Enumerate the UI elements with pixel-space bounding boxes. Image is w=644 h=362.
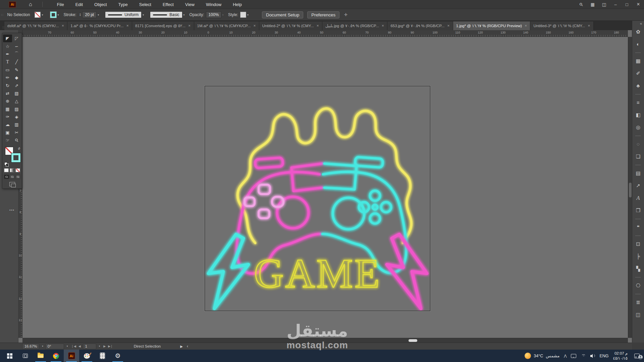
eraser-tool[interactable]: ◆ [12, 74, 21, 81]
tab-close-icon[interactable]: ✕ [588, 24, 590, 27]
column-graph-tool[interactable]: ▥ [12, 121, 21, 128]
stroke-cyan-swatch[interactable] [11, 153, 20, 162]
close-icon[interactable]: × [633, 0, 643, 9]
panel-libraries[interactable]: ◫ [632, 308, 644, 321]
language-indicator[interactable]: ENG [599, 354, 608, 358]
arrange-documents-icon[interactable]: ◫ [599, 0, 609, 9]
opacity-more-icon[interactable]: › [222, 13, 223, 16]
status-back-icon[interactable]: ‹ [187, 344, 188, 349]
preferences-button[interactable]: Preferences [307, 11, 339, 18]
draw-inside-button[interactable] [15, 175, 20, 179]
document-tab[interactable]: 653.jpg* @ ٧٠.٥٩ % (RGB/CP... ✕ [387, 21, 453, 30]
opacity-field[interactable]: 100% [206, 11, 222, 18]
style-chevron-icon[interactable]: ▾ [247, 13, 249, 16]
restore-icon[interactable]: □ [622, 0, 632, 9]
tablet-mode-icon[interactable] [571, 354, 576, 358]
panel-3d[interactable]: ⎔ [632, 279, 644, 292]
zoom-chevron-icon[interactable]: ▾ [42, 345, 43, 348]
home-icon[interactable]: ⌂ [29, 1, 32, 7]
tab-close-icon[interactable]: ✕ [62, 24, 64, 27]
tab-close-icon[interactable]: ✕ [382, 24, 384, 27]
canvas-pasteboard[interactable]: GAME [22, 37, 628, 338]
gradient-button[interactable] [10, 168, 14, 172]
gradient-tool[interactable]: ▨ [12, 105, 21, 113]
taskbar-app-settings[interactable]: ⚙ [110, 350, 125, 362]
blend-tool[interactable]: ◈ [12, 113, 21, 121]
stroke-color-swatch[interactable] [50, 12, 56, 18]
rotate-tool[interactable]: ↻ [3, 81, 12, 89]
speaker-icon[interactable] [590, 354, 595, 358]
draw-behind-button[interactable] [10, 175, 15, 179]
taskbar-app-chrome[interactable] [48, 350, 64, 362]
width-profile-chevron-icon[interactable]: ▾ [143, 13, 144, 16]
vertical-scroll-thumb[interactable] [629, 183, 632, 197]
fill-color-swatch[interactable] [35, 12, 41, 18]
panel-color-guide[interactable]: ◐ [632, 38, 644, 50]
panel-grip-icon[interactable]: ∷ [1, 13, 3, 17]
search-icon[interactable]: ⚲ [576, 0, 586, 9]
menu-item[interactable]: Select [133, 0, 157, 9]
stroke-weight-field[interactable]: 20 pt [82, 11, 97, 18]
swap-fill-stroke-icon[interactable]: ⇄ [17, 146, 21, 150]
action-center-icon[interactable] [632, 354, 642, 358]
paintbrush-tool[interactable]: ✎ [12, 66, 21, 74]
document-tab[interactable]: 1.ai* @ ٥٠ % (CMYK/CPU Pr... ✕ [67, 21, 132, 30]
style-swatch[interactable] [240, 12, 246, 18]
rectangle-tool[interactable]: ▭ [3, 66, 12, 74]
taskbar-app-calculator[interactable] [95, 350, 110, 362]
edit-toolbar-ellipsis[interactable]: ••• [2, 208, 22, 212]
panel-properties[interactable]: ≣ [632, 296, 644, 308]
panel-gradient[interactable]: ◧ [632, 109, 644, 121]
previous-artboard-icon[interactable]: ◀ [78, 345, 81, 348]
fill-chevron-icon[interactable]: ▾ [42, 13, 43, 16]
panel-color[interactable]: ✿ [632, 25, 644, 38]
curvature-tool[interactable]: ⌒ [12, 50, 21, 58]
tab-close-icon[interactable]: ✕ [126, 24, 129, 27]
vertical-scrollbar[interactable] [628, 37, 632, 338]
taskbar-app-task-view[interactable] [17, 350, 33, 362]
panel-symbols[interactable]: ♣ [632, 79, 644, 92]
change-screen-mode-button[interactable] [9, 182, 15, 186]
artboard[interactable]: GAME [205, 86, 430, 311]
menu-item[interactable]: Help [227, 0, 248, 9]
show-hidden-icons-chevron[interactable]: ⋀ [564, 354, 567, 358]
panel-graphic-styles[interactable]: ❏ [632, 150, 644, 163]
document-tab[interactable]: dsfdf.ai* @ ٦٦.٦٧ % (CMYK/... ✕ [4, 21, 68, 30]
document-tab[interactable]: 1M.ai* @ ١٦.٦٧ % (CMYK/CP... ✕ [194, 21, 259, 30]
magic-wand-tool[interactable]: ☆ [3, 42, 12, 50]
artboard-tool[interactable]: ▣ [3, 129, 12, 136]
pencil-tool[interactable]: ✏ [3, 74, 12, 81]
brush-definition-dropdown[interactable]: Basic [150, 11, 182, 18]
taskbar-app-illustrator[interactable]: Ai [64, 350, 79, 362]
panel-transparency[interactable]: ◎ [632, 121, 644, 133]
weather-widget[interactable]: 34°C مشمس [525, 353, 559, 359]
eyedropper-tool[interactable]: ✑ [3, 113, 12, 121]
variable-width-profile-dropdown[interactable]: Uniform [105, 11, 142, 18]
color-button[interactable] [4, 168, 9, 172]
tab-close-icon[interactable]: ✕ [188, 24, 191, 27]
artboard-chevron-icon[interactable]: ▾ [99, 345, 100, 348]
tab-close-icon[interactable]: ✕ [525, 24, 527, 27]
stroke-weight-stepper[interactable]: ▴ ▾ [79, 13, 80, 16]
horizontal-scroll-thumb[interactable] [409, 339, 417, 342]
brush-chevron-icon[interactable]: ▾ [183, 13, 185, 16]
panel-export[interactable]: ↗ [632, 179, 644, 192]
panel-character[interactable]: A [632, 192, 644, 204]
document-tab[interactable]: Untitled-2* @ ١٦.٦٧ % (CMY... ✕ [259, 21, 322, 30]
slice-tool[interactable]: ✂ [12, 129, 21, 136]
free-transform-tool[interactable]: ▧ [12, 89, 21, 97]
artboard-number-field[interactable]: 1 [83, 344, 96, 349]
draw-normal-button[interactable] [4, 175, 9, 179]
width-tool[interactable]: ⇄ [3, 89, 12, 97]
document-tab[interactable]: 1.jpg* @ ١٦.٦٧ % (RGB/CPU Preview) ✕ [453, 21, 531, 30]
document-tab[interactable]: بلبيل.jpg @ ٧٠.٥٩ % (RGB/CP... ✕ [322, 21, 387, 30]
none-button[interactable] [15, 168, 20, 172]
tab-close-icon[interactable]: ✕ [316, 24, 319, 27]
rotation-chevron-icon[interactable]: ▾ [67, 345, 68, 348]
mesh-tool[interactable]: ▦ [3, 105, 12, 113]
last-artboard-icon[interactable]: ▶❘ [108, 345, 113, 348]
line-segment-tool[interactable]: ╱ [12, 58, 21, 66]
menu-item[interactable]: Effect [157, 0, 179, 9]
panel-brushes[interactable]: ✐ [632, 67, 644, 79]
zoom-tool[interactable]: ⚲ [12, 136, 21, 144]
